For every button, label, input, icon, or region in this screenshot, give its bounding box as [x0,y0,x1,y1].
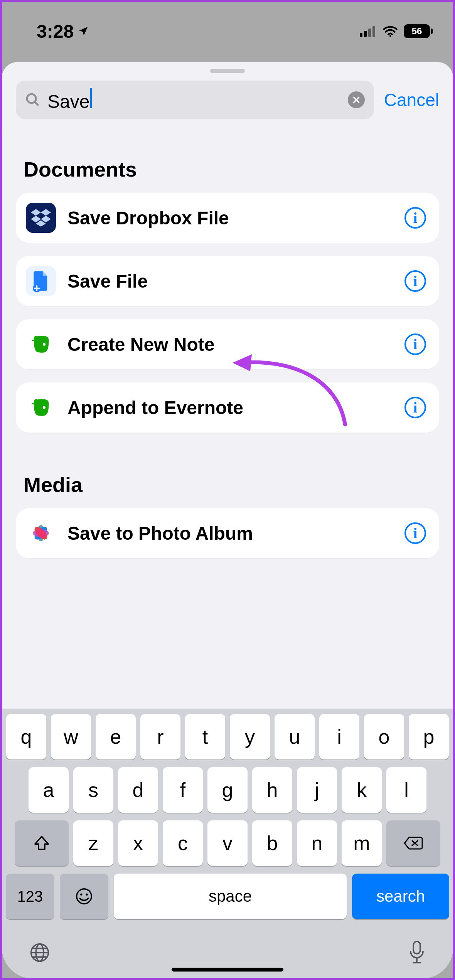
svg-line-6 [35,102,38,105]
key-d[interactable]: d [118,767,158,813]
action-row-append-evernote[interactable]: Append to Evernote i [16,382,439,433]
file-icon [26,266,56,296]
action-row-save-photo-album[interactable]: Save to Photo Album i [16,508,439,558]
info-button[interactable]: i [404,522,426,544]
key-e[interactable]: e [96,714,136,759]
status-bar: 3:28 56 [2,2,453,60]
key-g[interactable]: g [207,767,248,813]
key-c[interactable]: c [163,820,203,866]
text-cursor [90,88,92,108]
key-p[interactable]: p [409,714,449,759]
key-x[interactable]: x [118,820,158,866]
dropbox-icon [26,203,56,233]
info-button[interactable]: i [404,397,426,418]
status-time: 3:28 [37,21,74,42]
search-field[interactable]: Save [16,81,374,119]
cellular-icon [360,25,377,37]
action-row-save-dropbox[interactable]: Save Dropbox File i [16,193,439,243]
photos-icon [26,518,56,548]
svg-point-15 [43,343,46,345]
action-label: Create New Note [67,334,393,355]
sheet-grabber[interactable] [210,69,245,73]
key-r[interactable]: r [140,714,180,759]
key-w[interactable]: w [51,714,91,759]
emoji-icon [75,887,93,906]
search-input[interactable]: Save [46,88,342,112]
key-m[interactable]: m [342,820,382,866]
section-title-documents: Documents [16,130,439,193]
keyboard: qwertyuiop asdfghjkl zxcvbnm 123 [2,709,453,978]
globe-icon[interactable] [29,942,51,963]
backspace-key[interactable] [386,820,440,866]
shift-key[interactable] [15,820,69,866]
svg-rect-0 [360,33,362,37]
cancel-button[interactable]: Cancel [384,89,439,110]
key-z[interactable]: z [73,820,113,866]
action-label: Save File [67,271,393,292]
key-n[interactable]: n [297,820,337,866]
search-sheet: Save Cancel Documents Save Dropbox File … [2,62,453,978]
svg-rect-1 [364,31,367,37]
key-k[interactable]: k [342,767,382,813]
evernote-icon [26,329,56,359]
x-icon [352,96,361,104]
space-key[interactable]: space [114,874,347,919]
svg-point-16 [43,406,46,409]
key-a[interactable]: a [29,767,69,813]
home-indicator[interactable] [172,968,283,972]
svg-point-29 [80,894,82,896]
search-icon [25,92,40,108]
key-f[interactable]: f [163,767,203,813]
key-h[interactable]: h [252,767,292,813]
svg-rect-2 [368,29,371,37]
backspace-icon [403,835,423,851]
key-t[interactable]: t [185,714,225,759]
svg-point-28 [77,889,91,904]
action-label: Append to Evernote [67,397,393,418]
wifi-icon [382,25,398,37]
key-y[interactable]: y [230,714,270,759]
svg-rect-34 [413,941,420,954]
numeric-key[interactable]: 123 [6,874,54,919]
microphone-icon[interactable] [408,940,426,965]
key-o[interactable]: o [364,714,404,759]
key-q[interactable]: q [6,714,46,759]
evernote-icon [26,392,56,423]
clear-button[interactable] [348,91,365,108]
action-row-create-note[interactable]: Create New Note i [16,319,439,369]
key-s[interactable]: s [73,767,113,813]
section-title-media: Media [16,446,439,508]
key-i[interactable]: i [319,714,359,759]
search-key[interactable]: search [352,874,449,919]
key-u[interactable]: u [275,714,315,759]
info-button[interactable]: i [404,333,426,355]
emoji-key[interactable] [60,874,108,919]
svg-point-30 [86,894,88,896]
shift-icon [33,834,51,852]
info-button[interactable]: i [404,207,426,229]
svg-point-4 [389,35,391,37]
info-button[interactable]: i [404,270,426,292]
action-label: Save to Photo Album [67,523,393,544]
key-l[interactable]: l [386,767,426,813]
key-b[interactable]: b [252,820,292,866]
battery-icon: 56 [404,24,430,38]
svg-marker-10 [41,209,51,216]
key-v[interactable]: v [207,820,248,866]
action-row-save-file[interactable]: Save File i [16,256,439,306]
key-j[interactable]: j [297,767,337,813]
location-icon [78,25,89,37]
svg-marker-9 [31,209,41,216]
svg-rect-3 [372,26,375,37]
action-label: Save Dropbox File [67,207,393,229]
